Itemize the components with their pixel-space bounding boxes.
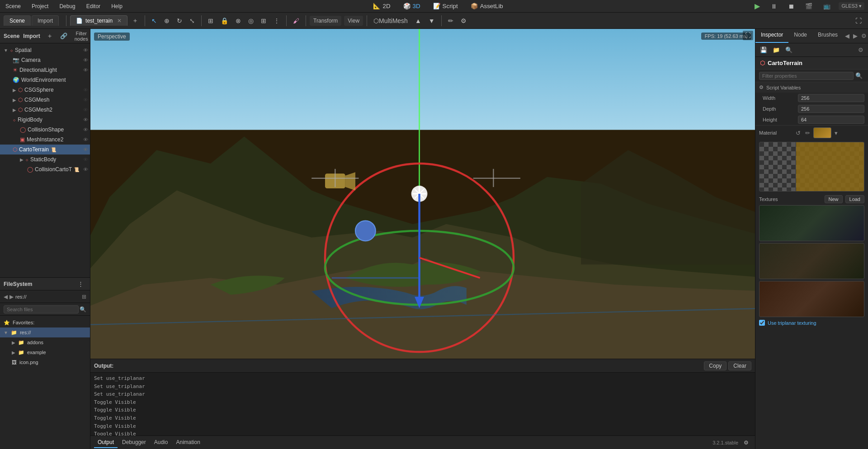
tab-scene[interactable]: Scene: [4, 15, 31, 26]
file-tab[interactable]: 📄 test_terrain ✕: [70, 15, 127, 26]
depth-input[interactable]: [801, 106, 861, 112]
viewport-expand-btn[interactable]: ⛶: [743, 31, 753, 40]
tree-item-csgmesh2[interactable]: ▶ ⬡ CSGMesh2 👁: [0, 105, 90, 115]
insp-save-btn[interactable]: 💾: [758, 46, 769, 54]
inspector-arrow-left[interactable]: ◀: [843, 29, 851, 43]
tree-item-directionallight[interactable]: ☀ DirectionalLight 👁: [0, 65, 90, 75]
fs-item-res[interactable]: ▼ 📁 res://: [0, 327, 90, 337]
texture-thumb-3[interactable]: [759, 281, 864, 317]
meshinstance-eye[interactable]: 👁: [83, 137, 88, 142]
mode-2d[interactable]: 📐 2D: [370, 2, 393, 10]
grid-tool[interactable]: ⋮: [271, 15, 283, 26]
fs-item-example[interactable]: ▶ 📁 example: [0, 347, 90, 357]
width-value[interactable]: [798, 94, 864, 102]
filter-nodes-input[interactable]: Filter nodes: [72, 29, 90, 43]
tree-item-csgmesh[interactable]: ▶ ⬡ CSGMesh 👁: [0, 95, 90, 105]
collshape-eye[interactable]: 👁: [83, 127, 88, 132]
inspector-settings[interactable]: ⚙: [859, 29, 868, 43]
scale-tool[interactable]: ⤡: [187, 15, 198, 26]
fs-menu-btn[interactable]: ⋮: [75, 279, 86, 289]
tree-item-worldenv[interactable]: 🌍 WorldEnvironment: [0, 75, 90, 85]
stop-button[interactable]: ⏹: [785, 1, 797, 12]
tree-item-collisionshape[interactable]: ◯ CollisionShape 👁: [0, 125, 90, 135]
width-input[interactable]: [801, 95, 861, 101]
view-label[interactable]: View: [344, 16, 363, 26]
textures-load-btn[interactable]: Load: [845, 195, 864, 203]
arrow-up-btn[interactable]: ▲: [412, 15, 424, 26]
material-dropdown-btn[interactable]: ▾: [833, 129, 839, 137]
textures-new-btn[interactable]: New: [825, 195, 843, 203]
transform-label[interactable]: Transform: [310, 16, 341, 26]
csgmesh-eye[interactable]: 👁: [83, 97, 88, 103]
fs-forward-btn[interactable]: ▶: [9, 294, 14, 300]
pencil-btn[interactable]: ✏: [445, 15, 456, 26]
import-button[interactable]: Import: [23, 33, 40, 39]
texture-preview[interactable]: [759, 142, 864, 192]
insp-inspect-btn[interactable]: 🔍: [783, 46, 794, 54]
menu-scene[interactable]: Scene: [4, 2, 23, 10]
tab-animation[interactable]: Animation: [172, 437, 203, 448]
paint-tool[interactable]: 🖌: [290, 15, 302, 26]
material-thumbnail[interactable]: [813, 127, 831, 138]
height-value[interactable]: [798, 116, 864, 124]
tree-item-rigidbody[interactable]: ⬦ RigidBody 👁: [0, 115, 90, 125]
rotate-tool[interactable]: ↻: [174, 15, 185, 26]
spatial-eye[interactable]: 👁: [83, 47, 88, 53]
fs-grid-btn[interactable]: ⊞: [82, 294, 86, 300]
tab-output[interactable]: Output: [94, 437, 118, 448]
play-button[interactable]: ▶: [752, 0, 763, 12]
inspector-arrow-right[interactable]: ▶: [851, 29, 859, 43]
settings-btn[interactable]: ⚙: [458, 15, 469, 26]
fs-back-btn[interactable]: ◀: [4, 294, 8, 300]
fs-search-btn[interactable]: 🔍: [80, 306, 86, 313]
menu-editor[interactable]: Editor: [85, 2, 102, 10]
fs-item-icon[interactable]: 🖼 icon.png: [0, 357, 90, 367]
cartoterrain-eye[interactable]: 👁: [83, 147, 88, 152]
expand-btn[interactable]: ⛶: [853, 15, 864, 26]
menu-project[interactable]: Project: [30, 2, 50, 10]
arrow-down-btn[interactable]: ▼: [426, 15, 438, 26]
lock-tool[interactable]: 🔒: [218, 15, 231, 26]
tree-item-staticbody[interactable]: ▶ ⬦ StaticBody 👁: [0, 154, 90, 164]
insp-folder-btn[interactable]: 📁: [771, 46, 782, 54]
tree-item-spatial[interactable]: ▼ ⬦ Spatial 👁: [0, 45, 90, 55]
menu-help[interactable]: Help: [109, 2, 124, 10]
filter-properties-input[interactable]: [759, 72, 854, 80]
depth-value[interactable]: [798, 105, 864, 113]
snap-tool[interactable]: ⊞: [205, 15, 216, 26]
rigidbody-eye[interactable]: 👁: [83, 117, 88, 122]
material-edit-btn[interactable]: ✏: [804, 129, 811, 137]
align-tool[interactable]: ⊞: [258, 15, 269, 26]
collcartot-eye[interactable]: 👁: [83, 167, 88, 172]
tree-item-cartoterrain[interactable]: ⬡ CartoTerrain 📜 👁: [0, 145, 90, 154]
copy-button[interactable]: Copy: [704, 361, 726, 370]
tab-inspector[interactable]: Inspector: [755, 29, 788, 43]
remote-button[interactable]: 📺: [821, 1, 833, 11]
menu-debug[interactable]: Debug: [57, 2, 77, 10]
filter-search-btn[interactable]: 🔍: [854, 71, 864, 80]
tab-debugger[interactable]: Debugger: [118, 437, 150, 448]
mode-3d[interactable]: 🎲 3D: [401, 2, 423, 10]
csgsphere-eye[interactable]: 👁: [83, 87, 88, 93]
texture-thumb-1[interactable]: [759, 205, 864, 241]
movie-button[interactable]: 🎬: [802, 1, 815, 11]
material-reset-btn[interactable]: ↺: [794, 129, 802, 137]
tab-import[interactable]: Import: [32, 15, 59, 26]
select-tool[interactable]: ↖: [149, 15, 160, 26]
add-tab-button[interactable]: ＋: [129, 15, 141, 27]
tree-item-meshinstance2[interactable]: ▣ MeshInstance2 👁: [0, 135, 90, 145]
triplanar-label[interactable]: Use triplanar texturing: [768, 320, 816, 326]
dirlight-eye[interactable]: 👁: [83, 67, 88, 73]
tree-item-camera[interactable]: 📷 Camera 👁: [0, 55, 90, 65]
move-tool[interactable]: ⊕: [161, 15, 172, 26]
tab-brushes[interactable]: Brushes: [812, 29, 843, 43]
camera-eye[interactable]: 👁: [83, 57, 88, 63]
close-icon[interactable]: ✕: [117, 18, 122, 24]
staticbody-eye[interactable]: 👁: [83, 157, 88, 162]
insp-settings-btn[interactable]: ⚙: [856, 46, 865, 54]
mode-script[interactable]: 📝 Script: [430, 2, 461, 10]
height-input[interactable]: [801, 117, 861, 122]
group-tool[interactable]: ⊗: [233, 15, 244, 26]
multimesh-label[interactable]: ⬡ MultiMesh: [371, 15, 410, 26]
viewport[interactable]: Perspective FPS: 19 (52.63 ms) ⛶: [90, 29, 755, 359]
